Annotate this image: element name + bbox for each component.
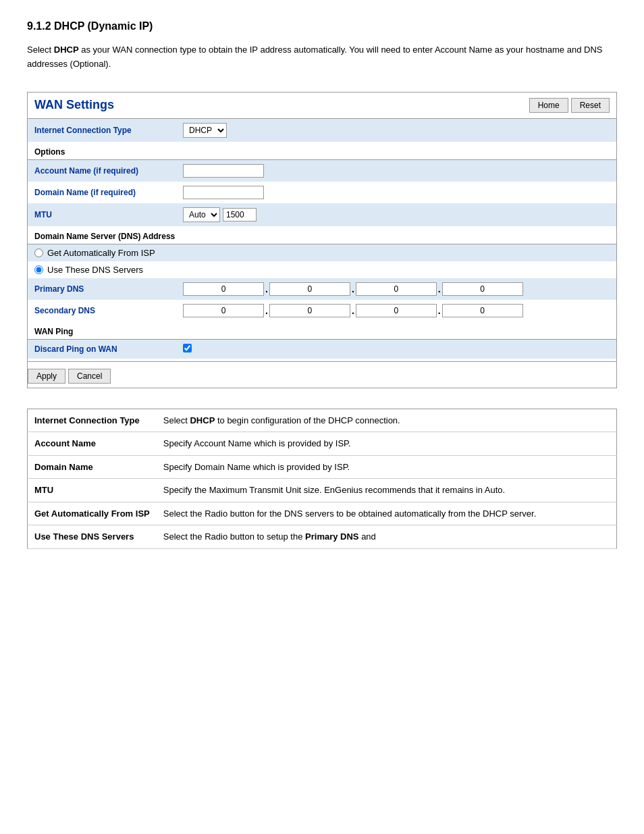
wan-header-buttons: Home Reset — [529, 98, 610, 113]
secondary-dns-value-cell: . . . — [176, 300, 616, 321]
dns-table: Primary DNS . . . Secondary DNS . — [28, 278, 616, 321]
desc-row-use-these: Use These DNS Servers Select the Radio b… — [28, 525, 617, 549]
desc-term-internet-connection: Internet Connection Type — [28, 409, 157, 432]
secondary-dns-o4[interactable] — [442, 304, 523, 317]
get-auto-row: Get Automatically From ISP — [28, 244, 616, 261]
mtu-value-input[interactable] — [223, 208, 257, 221]
secondary-dns-dot2: . — [351, 305, 355, 316]
secondary-dns-label: Secondary DNS — [28, 300, 176, 321]
use-these-radio[interactable] — [34, 265, 43, 274]
use-these-label: Use These DNS Servers — [47, 265, 143, 275]
primary-dns-row: Primary DNS . . . — [28, 278, 616, 300]
bottom-divider — [28, 361, 616, 362]
desc-def-get-auto: Select the Radio button for the DNS serv… — [157, 502, 617, 525]
internet-connection-row: Internet Connection Type DHCP — [28, 119, 616, 142]
internet-connection-value-cell: DHCP — [176, 119, 616, 142]
mtu-value-cell: Auto — [176, 203, 616, 226]
desc-term-get-auto: Get Automatically From ISP — [28, 502, 157, 525]
intro-dhcp-bold: DHCP — [54, 45, 79, 55]
primary-dns-dot3: . — [437, 284, 441, 294]
desc-term-mtu: MTU — [28, 479, 157, 502]
account-name-row: Account Name (if required) — [28, 160, 616, 182]
get-auto-label: Get Automatically From ISP — [47, 248, 155, 258]
action-buttons: Apply Cancel — [28, 365, 616, 388]
secondary-dns-row: Secondary DNS . . . — [28, 300, 616, 321]
discard-ping-row: Discard Ping on WAN — [28, 340, 616, 359]
discard-ping-label: Discard Ping on WAN — [28, 340, 176, 359]
desc-row-domain-name: Domain Name Specify Domain Name which is… — [28, 455, 617, 479]
cancel-button[interactable]: Cancel — [68, 369, 111, 384]
mtu-container: Auto — [183, 207, 610, 222]
reset-button[interactable]: Reset — [571, 98, 610, 113]
domain-name-value-cell — [176, 182, 616, 203]
internet-connection-select[interactable]: DHCP — [183, 123, 227, 138]
desc-row-get-auto: Get Automatically From ISP Select the Ra… — [28, 502, 617, 525]
desc-def-domain-name: Specify Domain Name which is provided by… — [157, 455, 617, 479]
mtu-row: MTU Auto — [28, 203, 616, 226]
primary-dns-o2[interactable] — [269, 282, 350, 296]
intro-paragraph: Select DHCP as your WAN connection type … — [27, 43, 617, 72]
domain-name-input[interactable] — [183, 186, 264, 199]
desc-row-internet-connection: Internet Connection Type Select DHCP to … — [28, 409, 617, 432]
secondary-dns-o2[interactable] — [269, 304, 350, 317]
internet-connection-label: Internet Connection Type — [28, 119, 176, 142]
wan-header: WAN Settings Home Reset — [28, 93, 616, 119]
secondary-dns-o1[interactable] — [183, 304, 264, 317]
mtu-select[interactable]: Auto — [183, 207, 220, 222]
intro-text-after: as your WAN connection type to obtain th… — [27, 45, 602, 69]
options-section-label: Options — [28, 142, 616, 159]
options-table: Account Name (if required) Domain Name (… — [28, 160, 616, 226]
dns-section-label: Domain Name Server (DNS) Address — [28, 226, 616, 244]
secondary-dns-dot3: . — [437, 305, 441, 316]
primary-dns-group: . . . — [183, 282, 610, 296]
primary-dns-label: Primary DNS — [28, 278, 176, 300]
wan-settings-panel: WAN Settings Home Reset Internet Connect… — [27, 92, 617, 388]
secondary-dns-o3[interactable] — [356, 304, 437, 317]
primary-dns-o4[interactable] — [442, 282, 523, 296]
primary-dns-o3[interactable] — [356, 282, 437, 296]
primary-dns-value-cell: . . . — [176, 278, 616, 300]
account-name-value-cell — [176, 160, 616, 182]
desc-def-account-name: Specify Account Name which is provided b… — [157, 432, 617, 456]
secondary-dns-group: . . . — [183, 304, 610, 317]
get-auto-radio[interactable] — [34, 249, 43, 257]
wan-settings-title: WAN Settings — [34, 98, 114, 112]
apply-button[interactable]: Apply — [28, 369, 65, 384]
description-table: Internet Connection Type Select DHCP to … — [27, 409, 617, 549]
account-name-label: Account Name (if required) — [28, 160, 176, 182]
use-these-row: Use These DNS Servers — [28, 261, 616, 278]
secondary-dns-dot1: . — [265, 305, 269, 316]
form-table: Internet Connection Type DHCP — [28, 119, 616, 142]
primary-dns-dot2: . — [351, 284, 355, 294]
desc-term-domain-name: Domain Name — [28, 455, 157, 479]
domain-name-row: Domain Name (if required) — [28, 182, 616, 203]
mtu-label: MTU — [28, 203, 176, 226]
desc-row-account-name: Account Name Specify Account Name which … — [28, 432, 617, 456]
desc-row-mtu: MTU Specify the Maximum Transmit Unit si… — [28, 479, 617, 502]
primary-dns-o1[interactable] — [183, 282, 264, 296]
desc-def-mtu: Specify the Maximum Transmit Unit size. … — [157, 479, 617, 502]
discard-ping-value-cell — [176, 340, 616, 359]
home-button[interactable]: Home — [529, 98, 568, 113]
primary-dns-dot1: . — [265, 284, 269, 294]
wan-ping-section-label: WAN Ping — [28, 321, 616, 339]
desc-def-internet-connection: Select DHCP to begin configuration of th… — [157, 409, 617, 432]
discard-ping-checkbox[interactable] — [183, 344, 192, 353]
desc-term-account-name: Account Name — [28, 432, 157, 456]
wan-ping-table: Discard Ping on WAN — [28, 340, 616, 359]
page-title: 9.1.2 DHCP (Dynamic IP) — [27, 20, 617, 32]
intro-text-before: Select — [27, 45, 54, 55]
account-name-input[interactable] — [183, 164, 264, 178]
domain-name-label: Domain Name (if required) — [28, 182, 176, 203]
desc-term-use-these: Use These DNS Servers — [28, 525, 157, 549]
desc-def-use-these: Select the Radio button to setup the Pri… — [157, 525, 617, 549]
